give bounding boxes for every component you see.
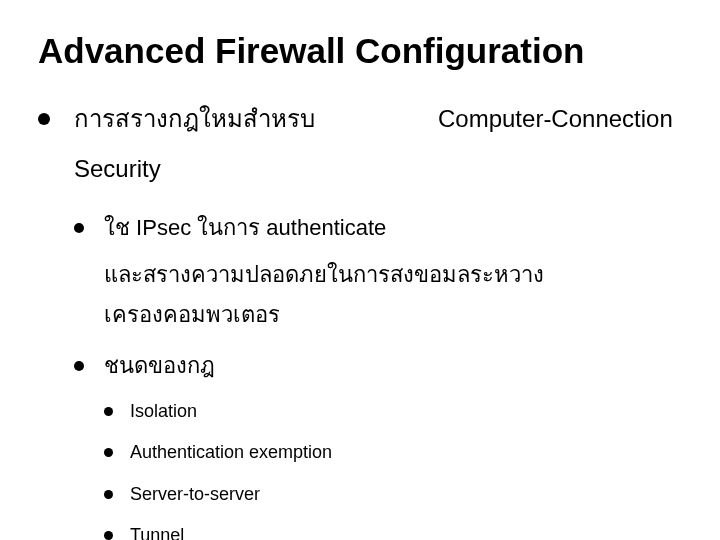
bullet-list: การสรางกฎใหมสำหรบ Computer-Connection Se…: [38, 99, 682, 541]
bullet-level3: Tunnel: [104, 515, 682, 540]
bullet-level3: Server-to-server: [104, 474, 682, 515]
bullet-level3: Isolation: [104, 391, 682, 432]
bullet-level2-continuation: เครองคอมพวเตอร: [74, 295, 682, 336]
bullet-level2: ใช IPsec ในการ authenticate: [74, 208, 682, 249]
slide-title: Advanced Firewall Configuration: [38, 32, 682, 71]
bullet-level1: การสรางกฎใหมสำหรบ Computer-Connection: [38, 99, 682, 140]
slide: Advanced Firewall Configuration การสรางก…: [0, 0, 720, 540]
bullet-level1-continuation: Security: [38, 149, 682, 190]
bullet-text-left: การสรางกฎใหมสำหรบ: [74, 105, 315, 132]
bullet-level2-continuation: และสรางความปลอดภยในการสงขอมลระหวาง: [74, 255, 682, 296]
bullet-level2: ชนดของกฎ: [74, 346, 682, 387]
bullet-text-right: Computer-Connection: [438, 99, 673, 140]
bullet-level3: Authentication exemption: [104, 432, 682, 473]
